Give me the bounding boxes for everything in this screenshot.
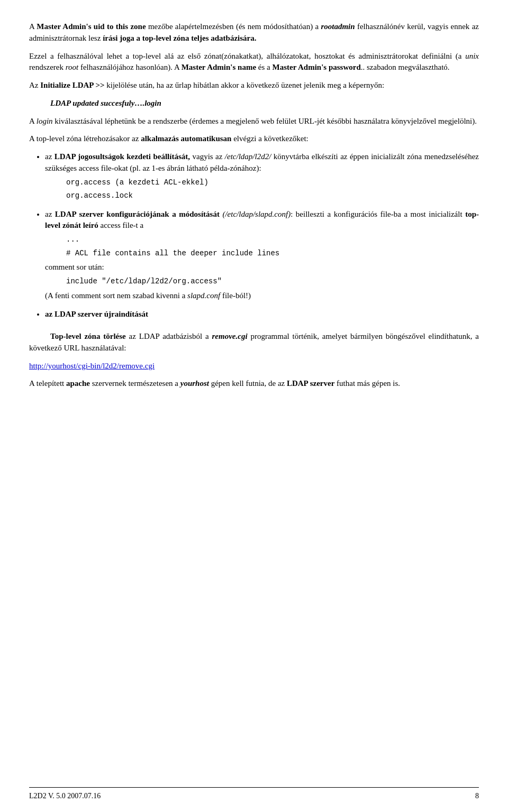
paragraph-3: Az Initialize LDAP >> kijelölése után, h… [29, 80, 479, 91]
paragraph-4: A login kiválasztásával léphetünk be a r… [29, 116, 479, 127]
acl-comment-line: # ACL file contains all the deeper inclu… [66, 248, 479, 259]
toplevel-section: Top-level zóna törlése az LDAP adatbázis… [29, 331, 479, 354]
bullet-item-1: az LDAP jogosultságok kezdeti beállításá… [45, 151, 479, 201]
rootadmin-bold: rootadmin [321, 22, 355, 31]
irasi-jog-bold: írási joga a top-level zóna teljes adatb… [103, 34, 256, 42]
bullet-item-3: az LDAP szerver újraindítását [45, 309, 479, 320]
comment-sor-line: comment sor után: [45, 262, 479, 273]
para1-text: A Master Admin's uid to this zone mezőbe… [29, 22, 479, 42]
page-footer: L2D2 V. 5.0 2007.07.16 8 [29, 787, 479, 801]
ldap-updated-message: LDAP updated succesfuly….login [50, 98, 479, 109]
toplevel-paragraph: Top-level zóna törlése az LDAP adatbázis… [29, 331, 479, 354]
bullet-list: az LDAP jogosultságok kezdeti beállításá… [45, 151, 479, 320]
bullet-item-2: az LDAP szerver konfigurációjának a módo… [45, 209, 479, 302]
paragraph-1: A Master Admin's uid to this zone mezőbe… [29, 21, 479, 44]
master-admin-uid-bold: Master Admin's uid to this zone [37, 22, 146, 31]
fenti-comment-line: (A fenti comment sort nem szabad kivenni… [45, 290, 479, 302]
remove-url-paragraph: http://yourhost/cgi-bin/l2d2/remove.cgi [29, 361, 479, 372]
paragraph-2: Ezzel a felhasználóval lehet a top-level… [29, 51, 479, 74]
include-line: include "/etc/ldap/l2d2/org.access" [66, 276, 479, 287]
remove-cgi-link[interactable]: http://yourhost/cgi-bin/l2d2/remove.cgi [29, 362, 155, 370]
org-access-lock-line: org.access.lock [66, 191, 479, 201]
apache-paragraph: A telepített apache szervernek természet… [29, 378, 479, 390]
dots-line: ... [66, 235, 479, 245]
org-access-line: org.access (a kezdeti ACL-ekkel) [66, 178, 479, 188]
footer-right: 8 [475, 791, 479, 801]
page-content: A Master Admin's uid to this zone mezőbe… [0, 0, 508, 438]
footer-left: L2D2 V. 5.0 2007.07.16 [29, 791, 101, 801]
paragraph-5: A top-level zóna létrehozásakor az alkal… [29, 133, 479, 145]
